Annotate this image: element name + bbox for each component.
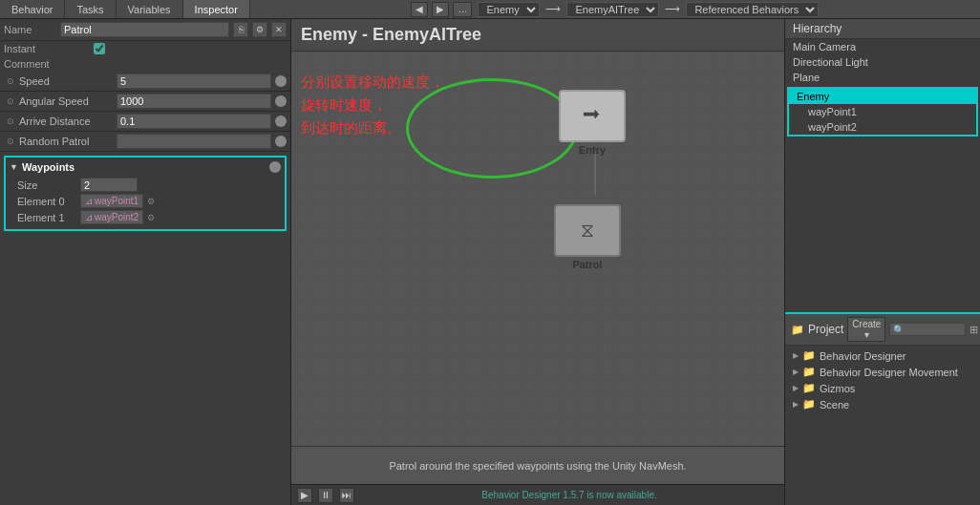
create-button[interactable]: Create ▾ — [847, 317, 885, 342]
project-item-label-bdm: Behavior Designer Movement — [820, 367, 958, 378]
name-label: Name — [4, 24, 56, 35]
project-item-bdm[interactable]: ▶ 📁 Behavior Designer Movement — [785, 364, 980, 380]
arrive-distance-dot[interactable] — [275, 116, 287, 127]
random-patrol-dot[interactable] — [275, 136, 287, 147]
connector-svg — [291, 52, 784, 446]
entry-icon: ⮕ — [583, 105, 602, 127]
entry-node[interactable]: ⮕ Entry — [559, 90, 626, 156]
tri-icon-gizmos: ▶ — [793, 384, 799, 392]
element0-obj[interactable]: ⊿ wayPoint1 — [80, 194, 143, 208]
element0-cog[interactable]: ⚙ — [147, 197, 157, 206]
speed-label: Speed — [19, 75, 115, 87]
element1-obj[interactable]: ⊿ wayPoint2 — [80, 210, 143, 224]
tree-dropdown[interactable]: EnemyAITree — [566, 2, 659, 17]
tab-tasks[interactable]: Tasks — [65, 0, 116, 18]
hierarchy-item-directional-light[interactable]: Directional Light — [785, 54, 980, 70]
hierarchy-item-plane[interactable]: Plane — [785, 70, 980, 85]
hierarchy-item-enemy[interactable]: Enemy — [789, 89, 976, 104]
top-center-area: ◀ ▶ … Enemy ⟶ EnemyAITree ⟶ Referenced B… — [250, 2, 980, 17]
tri-icon-bd: ▶ — [793, 351, 799, 360]
folder-icon-main: 📁 — [791, 324, 804, 336]
project-title: Project — [808, 323, 843, 336]
tab-behavior[interactable]: Behavior — [0, 0, 65, 18]
tab-inspector[interactable]: Inspector — [183, 0, 250, 18]
project-item-gizmos[interactable]: ▶ 📁 Gizmos — [785, 380, 980, 396]
close-icon-btn[interactable]: ✕ — [271, 22, 287, 37]
project-panel: 📁 Project Create ▾ ⊞ ☰ ▶ 📁 Behavior Desi… — [785, 314, 980, 505]
speed-input[interactable] — [117, 74, 271, 89]
next-btn[interactable]: ▶ — [432, 2, 449, 17]
transform-icon: ⊿ — [85, 196, 93, 206]
waypoints-dot[interactable] — [269, 161, 281, 173]
folder-icon-bd: 📁 — [802, 349, 816, 362]
speed-row: ⊙ Speed — [0, 72, 290, 92]
hierarchy-item-waypoint2[interactable]: wayPoint2 — [789, 119, 976, 135]
element0-row: Element 0 ⊿ wayPoint1 ⚙ — [10, 193, 281, 209]
tab-variables[interactable]: Variables — [117, 0, 183, 18]
waypoints-header: ▼ Waypoints — [10, 161, 281, 173]
folder-icon-gizmos: 📁 — [802, 382, 816, 394]
size-row: Size — [10, 177, 281, 193]
name-row: Name ⎘ ⚙ ✕ — [0, 19, 290, 41]
hierarchy-title: Hierarchy — [785, 19, 980, 39]
entry-label: Entry — [579, 144, 606, 156]
element0-label: Element 0 — [10, 196, 76, 207]
main-content: Name ⎘ ⚙ ✕ Instant Comment ⊙ Speed ⊙ Ang… — [0, 19, 980, 505]
element1-cog[interactable]: ⚙ — [147, 213, 157, 222]
playback-bar: ▶ ⏸ ⏭ Behavior Designer 1.5.7 is now ava… — [291, 484, 784, 505]
referenced-dropdown[interactable]: Referenced Behaviors — [686, 2, 819, 17]
patrol-icon: ⧖ — [581, 220, 594, 242]
waypoints-triangle: ▼ — [10, 162, 18, 172]
size-input[interactable] — [80, 178, 138, 192]
name-input[interactable] — [60, 22, 229, 37]
step-button[interactable]: ⏭ — [339, 488, 354, 503]
instant-label: Instant — [4, 43, 90, 54]
save-icon-btn[interactable]: ⎘ — [233, 22, 248, 37]
status-bar: Patrol around the specified waypoints us… — [291, 446, 784, 484]
speed-dot[interactable] — [275, 75, 287, 87]
hierarchy-panel: Hierarchy Main Camera Directional Light … — [785, 19, 980, 314]
project-search[interactable] — [889, 323, 966, 336]
inspector-panel: Name ⎘ ⚙ ✕ Instant Comment ⊙ Speed ⊙ Ang… — [0, 19, 291, 505]
random-patrol-row: ⊙ Random Patrol — [0, 132, 290, 152]
layout-icon[interactable]: ⊞ — [969, 324, 978, 336]
project-item-bd[interactable]: ▶ 📁 Behavior Designer — [785, 347, 980, 364]
more-btn[interactable]: … — [453, 2, 472, 17]
element1-value: wayPoint2 — [95, 212, 138, 222]
comment-row: Comment — [0, 56, 290, 72]
angular-speed-label: Angular Speed — [19, 95, 115, 107]
divider-icon2: ⟶ — [665, 3, 680, 15]
prev-btn[interactable]: ◀ — [411, 2, 428, 17]
arrive-distance-input[interactable] — [117, 114, 271, 129]
canvas-area[interactable]: 分别设置移动的速度， 旋转时速度， 到达时的距离。 ⮕ Entry ⧖ — [291, 52, 784, 446]
instant-checkbox[interactable] — [94, 43, 105, 54]
folder-icon-bdm: 📁 — [802, 366, 816, 378]
patrol-node[interactable]: ⧖ Patrol — [554, 204, 621, 270]
hierarchy-item-waypoint1[interactable]: wayPoint1 — [789, 104, 976, 119]
element1-label: Element 1 — [10, 212, 76, 223]
arrive-distance-label: Arrive Distance — [19, 116, 115, 127]
angular-speed-input[interactable] — [117, 94, 271, 109]
hierarchy-selected-group: Enemy wayPoint1 wayPoint2 — [787, 87, 978, 137]
canvas-panel: Enemy - EnemyAITree 分别设置移动的速度， 旋转时速度， 到达… — [291, 19, 784, 505]
settings-icon-btn[interactable]: ⚙ — [252, 22, 267, 37]
element1-row: Element 1 ⊿ wayPoint2 ⚙ — [10, 209, 281, 225]
angular-speed-dot[interactable] — [275, 95, 287, 107]
hierarchy-item-main-camera[interactable]: Main Camera — [785, 39, 980, 54]
waypoints-section: ▼ Waypoints Size Element 0 ⊿ wayPoint1 ⚙ — [4, 156, 287, 231]
right-panel: Hierarchy Main Camera Directional Light … — [784, 19, 980, 505]
annotation-text: 分别设置移动的速度， 旋转时速度， 到达时的距离。 — [301, 71, 444, 139]
annotation-line1: 分别设置移动的速度， — [301, 71, 444, 94]
arrive-distance-icon: ⊙ — [4, 116, 17, 126]
random-patrol-input[interactable] — [117, 134, 271, 149]
play-button[interactable]: ▶ — [297, 488, 312, 503]
project-item-scene[interactable]: ▶ 📁 Scene — [785, 396, 980, 412]
pause-button[interactable]: ⏸ — [318, 488, 333, 503]
project-items-list: ▶ 📁 Behavior Designer ▶ 📁 Behavior Desig… — [785, 346, 980, 505]
transform-icon2: ⊿ — [85, 212, 93, 222]
entry-node-box: ⮕ — [559, 90, 626, 142]
project-controls: Create ▾ ⊞ ☰ — [847, 317, 980, 342]
random-patrol-label: Random Patrol — [19, 136, 115, 147]
comment-label: Comment — [4, 58, 90, 70]
target-dropdown[interactable]: Enemy — [478, 2, 540, 17]
